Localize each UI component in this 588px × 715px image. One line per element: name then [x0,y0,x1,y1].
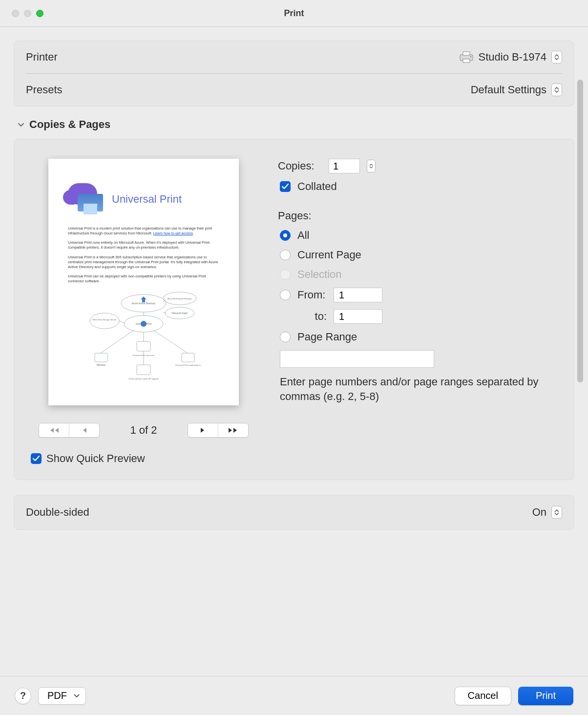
svg-line-11 [163,312,166,313]
minimize-window-button[interactable] [24,10,31,17]
copies-pages-panel: Universal Print Universal Print is a mod… [14,139,574,480]
pdf-dropdown-button[interactable]: PDF [38,687,86,705]
cancel-button[interactable]: Cancel [455,687,511,705]
preview-paragraph: Universal Print is a modern print soluti… [68,226,219,236]
pdf-label: PDF [47,690,67,701]
printer-selected: Studio B-1974 [479,51,546,63]
pages-label: Pages: [278,210,322,222]
radio-selection-label: Selection [297,268,342,281]
svg-rect-18 [182,353,194,362]
help-icon: ? [20,690,26,701]
next-page-buttons [188,423,249,438]
prev-page-button[interactable] [69,423,99,437]
svg-line-12 [119,321,124,323]
printer-icon [459,51,474,63]
double-left-icon [49,427,60,433]
zoom-window-button[interactable] [36,10,43,17]
from-input[interactable] [334,288,382,302]
radio-current-row: Current Page [278,249,559,261]
window-controls [12,10,43,17]
titlebar: Print [0,0,588,27]
prev-page-buttons [39,423,100,438]
check-icon [33,456,40,462]
presets-row: Presets Default Settings [14,74,574,106]
svg-text:Universal Print ready printers: Universal Print ready printers [175,364,201,366]
universal-print-logo-icon [68,183,106,215]
page-preview[interactable]: Universal Print Universal Print is a mod… [48,159,239,405]
show-quick-preview-label: Show Quick Preview [46,452,145,465]
svg-rect-17 [95,353,107,362]
preview-paragraph: Universal Print can be deployed with non… [68,274,219,284]
preview-paragraph: Universal Print runs entirely on Microso… [68,240,219,250]
copies-row: Copies: [278,159,559,173]
presets-selected: Default Settings [471,84,546,96]
chevron-down-icon [74,694,80,698]
preview-paragraph: Universal Print is a Microsoft 365 subsc… [68,255,219,270]
presets-select[interactable]: Default Settings [471,84,562,96]
page-range-input[interactable] [280,350,434,368]
copies-stepper[interactable] [367,160,376,172]
to-row: to: [278,309,559,324]
printer-presets-panel: Printer Studio B-1974 [14,41,574,106]
collated-checkbox[interactable] [280,181,291,192]
svg-text:Microsoft Endpoint Manager: Microsoft Endpoint Manager [168,297,192,300]
svg-line-15 [153,330,188,353]
preview-column: Universal Print Universal Print is a mod… [29,159,258,465]
help-button[interactable]: ? [15,688,31,704]
left-icon [82,427,87,433]
radio-selection [280,269,291,280]
preview-learn-link: Learn how to get access [153,231,193,235]
preview-nav-row: 1 of 2 [39,423,249,438]
page-range-hint: Enter page numbers and/or page ranges se… [278,375,559,403]
chevron-down-icon [18,121,24,128]
show-quick-preview-checkbox[interactable] [31,453,42,464]
double-sided-select[interactable]: On [532,506,562,519]
svg-text:Office Data Storage Service: Office Data Storage Service [92,318,117,321]
pages-label-row: Pages: [278,210,559,222]
options-column: Copies: Collated Pages: [278,159,559,465]
radio-all[interactable] [280,230,291,241]
copies-label: Copies: [278,160,322,172]
window-title: Print [0,8,588,19]
double-sided-value: On [532,506,546,519]
copies-pages-header[interactable]: Copies & Pages [14,106,574,139]
preview-diagram: Azure Active Directory Microsoft Endpoin… [68,289,219,386]
dropdown-stepper-icon [551,51,562,63]
to-label: to: [297,310,327,323]
dialog-body: Printer Studio B-1974 [0,27,588,715]
dropdown-stepper-icon [551,506,562,519]
to-input[interactable] [334,309,382,324]
next-page-button[interactable] [188,423,218,437]
svg-rect-16 [137,341,150,351]
radio-all-row: All [278,229,559,242]
copies-input[interactable] [329,159,360,173]
double-sided-label: Double-sided [26,506,89,519]
svg-line-14 [101,330,134,353]
svg-text:Microsoft Graph: Microsoft Graph [172,312,188,315]
print-button[interactable]: Print [518,687,573,705]
vertical-scrollbar[interactable] [577,80,583,461]
svg-text:Printer (without native UP sup: Printer (without native UP support) [128,378,159,380]
printer-select[interactable]: Studio B-1974 [459,51,562,63]
presets-label: Presets [26,84,63,96]
radio-page-range[interactable] [280,332,291,342]
double-right-icon [228,427,238,433]
svg-point-7 [90,313,119,329]
close-window-button[interactable] [12,10,19,17]
printer-label: Printer [26,51,58,63]
radio-from[interactable] [280,290,291,300]
scrollbar-thumb[interactable] [577,80,583,382]
down-caret-icon [369,166,373,168]
from-label: From: [297,289,327,301]
pages-radio-group: All Current Page Selection From: [278,229,559,403]
svg-text:Universal Print connector: Universal Print connector [133,354,155,357]
radio-page-range-row: Page Range [278,331,559,343]
svg-point-30 [141,321,147,327]
radio-selection-row: Selection [278,268,559,281]
first-page-button[interactable] [39,423,69,437]
page-counter: 1 of 2 [130,424,157,437]
last-page-button[interactable] [218,423,248,437]
printer-row: Printer Studio B-1974 [14,41,574,73]
preview-logo: Universal Print [68,183,219,215]
radio-current-page[interactable] [280,250,291,260]
